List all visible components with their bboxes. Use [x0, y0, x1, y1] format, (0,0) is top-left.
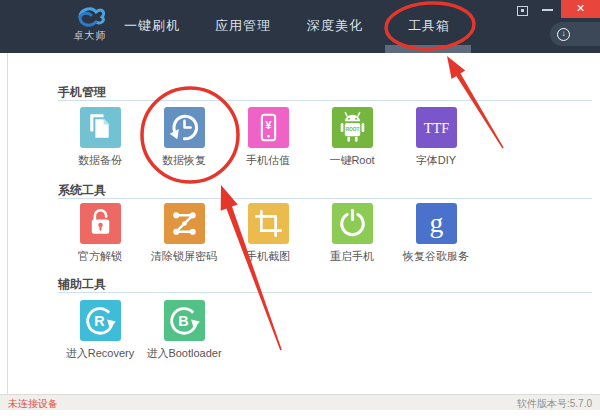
svg-text:R: R — [94, 313, 105, 329]
phone-price-icon: ¥ — [248, 107, 289, 148]
active-tab-indicator — [385, 45, 471, 53]
restore-window-button[interactable] — [517, 6, 528, 16]
ttf-font-icon: TTF — [416, 107, 457, 148]
title-bar: 卓大师 一键刷机 应用管理 深度美化 工具箱 ✕ ↓ — [0, 0, 600, 53]
tool-label: 清除锁屏密码 — [139, 249, 229, 264]
tool-font-diy[interactable]: TTF 字体DIY — [391, 107, 481, 168]
app-window: 卓大师 一键刷机 应用管理 深度美化 工具箱 ✕ ↓ 手机管理 数据备份 — [0, 0, 600, 416]
svg-text:g: g — [429, 207, 443, 238]
svg-text:TTF: TTF — [423, 120, 449, 136]
nav-tab-app-management[interactable]: 应用管理 — [215, 17, 271, 35]
close-button[interactable]: ✕ — [561, 0, 600, 18]
tool-one-key-root[interactable]: ROOT 一键Root — [307, 107, 397, 168]
svg-text:B: B — [178, 313, 188, 329]
tool-enter-recovery[interactable]: R 进入Recovery — [55, 300, 145, 361]
app-logo: 卓大师 — [58, 3, 122, 43]
recovery-loop-icon: R — [80, 300, 121, 341]
tool-label: 数据备份 — [55, 153, 145, 168]
crop-screenshot-icon — [248, 203, 289, 244]
app-title: 卓大师 — [58, 29, 122, 43]
tool-label: 字体DIY — [391, 153, 481, 168]
unlock-padlock-icon — [80, 203, 121, 244]
power-icon — [332, 203, 373, 244]
tool-label: 进入Recovery — [55, 346, 145, 361]
nav-tab-deep-beautify[interactable]: 深度美化 — [307, 17, 363, 35]
nav-tab-toolbox[interactable]: 工具箱 — [408, 17, 450, 35]
nav-tab-one-key-flash[interactable]: 一键刷机 — [124, 17, 180, 35]
tool-phone-screenshot[interactable]: 手机截图 — [223, 203, 313, 264]
status-bar: 未连接设备 软件版本号:5.7.0 — [0, 394, 600, 410]
time-machine-restore-icon — [164, 107, 205, 148]
tool-label: 重启手机 — [307, 249, 397, 264]
download-icon: ↓ — [557, 28, 570, 41]
documents-backup-icon — [80, 107, 121, 148]
tool-label: 恢复谷歌服务 — [391, 249, 481, 264]
tool-clear-lockscreen-password[interactable]: 清除锁屏密码 — [139, 203, 229, 264]
device-status-text: 未连接设备 — [8, 397, 58, 411]
tool-label: 数据恢复 — [139, 153, 229, 168]
tool-label: 手机估值 — [223, 153, 313, 168]
section-title-system-tools: 系统工具 — [58, 182, 106, 199]
update-button[interactable]: ↓ — [550, 22, 600, 46]
version-text: 软件版本号:5.7.0 — [517, 397, 592, 411]
section-title-phone-management: 手机管理 — [58, 84, 106, 101]
tool-restart-phone[interactable]: 重启手机 — [307, 203, 397, 264]
minimize-button[interactable] — [542, 9, 553, 11]
tool-label: 一键Root — [307, 153, 397, 168]
tool-label: 官方解锁 — [55, 249, 145, 264]
section-title-auxiliary-tools: 辅助工具 — [58, 276, 106, 293]
section-divider — [58, 292, 592, 293]
tool-data-recovery[interactable]: 数据恢复 — [139, 107, 229, 168]
svg-text:¥: ¥ — [265, 119, 272, 131]
tool-phone-valuation[interactable]: ¥ 手机估值 — [223, 107, 313, 168]
content-left-border — [7, 53, 8, 394]
tool-official-unlock[interactable]: 官方解锁 — [55, 203, 145, 264]
svg-text:ROOT: ROOT — [345, 127, 359, 132]
android-root-icon: ROOT — [332, 107, 373, 148]
bootloader-loop-icon: B — [164, 300, 205, 341]
tool-label: 进入Bootloader — [139, 346, 229, 361]
tool-enter-bootloader[interactable]: B 进入Bootloader — [139, 300, 229, 361]
tool-label: 手机截图 — [223, 249, 313, 264]
section-divider — [58, 198, 592, 199]
section-divider — [58, 100, 592, 101]
logo-swirl-icon — [72, 3, 108, 29]
tool-data-backup[interactable]: 数据备份 — [55, 107, 145, 168]
pattern-lock-icon — [164, 203, 205, 244]
google-icon: g — [416, 203, 457, 244]
tool-restore-google-services[interactable]: g 恢复谷歌服务 — [391, 203, 481, 264]
